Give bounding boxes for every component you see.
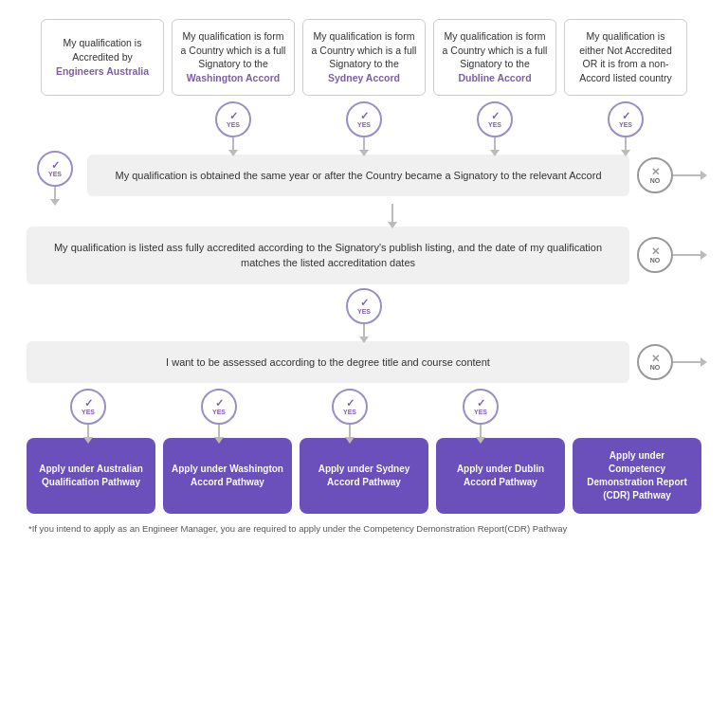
row2-text: My qualification is obtained the same ye… [116, 170, 602, 181]
yes-circle-p3: ✓ YES [332, 389, 368, 425]
yes-label-1: YES [48, 171, 62, 177]
arrow-down-p2 [218, 425, 220, 438]
row2-no-section: ✕ NO [637, 157, 701, 193]
row4-text: I want to be assessed according to the d… [166, 356, 490, 368]
yes-label-p4: YES [474, 409, 487, 415]
yes-row3: ✓ YES [19, 288, 709, 337]
yes-circle-3: ✓ YES [346, 101, 382, 137]
arrow-down-p4 [480, 425, 482, 438]
yes-circle-5: ✓ YES [608, 101, 644, 137]
check-icon-5: ✓ [622, 111, 630, 121]
yes-circle-1: ✓ YES [37, 151, 73, 187]
arrow-down-row2 [391, 204, 393, 223]
no-circle-2: ✕ NO [637, 237, 673, 273]
top-box-dublin: My qualification is form a Country which… [433, 19, 556, 96]
pathway-box-1[interactable]: Apply under Australian Qualification Pat… [27, 438, 155, 514]
pathway-1-label: Apply under Australian Qualification Pat… [34, 463, 148, 489]
no-circle-1: ✕ NO [637, 157, 673, 193]
arrow-right-3 [673, 361, 701, 363]
yes-label-p1: YES [82, 409, 95, 415]
arrow-right-2 [673, 254, 701, 256]
yes-label-2: YES [227, 121, 240, 128]
yes-circle-row3: ✓ YES [346, 288, 382, 324]
row2-wide-box: My qualification is obtained the same ye… [87, 155, 629, 197]
check-icon-p4: ✓ [477, 398, 485, 409]
check-icon-2: ✓ [229, 111, 238, 121]
row2-section: ✓ YES My qualification is obtained the s… [27, 151, 701, 200]
pathway-box-4[interactable]: Apply under Dublin Accord Pathway [436, 438, 565, 514]
top-box-3-text: My qualification is form a Country which… [312, 30, 417, 69]
pathway-5-label: Apply under Competency Demonstration Rep… [580, 449, 694, 502]
no-label-2: NO [650, 257, 661, 264]
yes-pathway-col-4: ✓ YES [419, 389, 542, 438]
yes-pathway-col-1: ✓ YES [27, 389, 150, 438]
row3-wide-box: My qualification is listed ass fully acc… [27, 227, 629, 284]
cross-icon-2: ✕ [651, 246, 660, 257]
top-box-4-link: Dubline Accord [458, 72, 531, 83]
footnote: *If you intend to apply as an Engineer M… [19, 523, 709, 534]
top-box-1-line2: Accredited by [72, 51, 133, 63]
arrow-right-1 [673, 174, 701, 176]
arrow-down-4 [494, 137, 496, 151]
footnote-text: *If you intend to apply as an Engineer M… [28, 523, 567, 534]
cross-icon-3: ✕ [651, 354, 660, 364]
top-box-engineers-australia: My qualification is Accredited by Engine… [41, 19, 164, 96]
yes-circle-p4: ✓ YES [463, 389, 499, 425]
pathway-box-5[interactable]: Apply under Competency Demonstration Rep… [573, 438, 701, 514]
top-box-5-text: My qualification is either Not Accredite… [579, 30, 671, 83]
row3-text: My qualification is listed ass fully acc… [54, 242, 602, 269]
arrow-down-p1 [87, 425, 89, 438]
top-box-4-text: My qualification is form a Country which… [443, 30, 548, 69]
yes-col-4: ✓ YES [433, 101, 556, 151]
yes-label-5: YES [619, 121, 632, 128]
yes-label-4: YES [488, 121, 501, 128]
check-icon-p2: ✓ [215, 398, 224, 409]
pathway-box-3[interactable]: Apply under Sydney Accord Pathway [300, 438, 428, 514]
check-icon-p1: ✓ [84, 398, 93, 409]
top-boxes-row: My qualification is Accredited by Engine… [19, 19, 709, 96]
top-box-2-text: My qualification is form a Country which… [181, 30, 286, 69]
pathway-box-2[interactable]: Apply under Washington Accord Pathway [163, 438, 292, 514]
arrow-down-row3 [363, 324, 365, 337]
top-box-washington: My qualification is form a Country which… [172, 19, 295, 96]
pathway-3-label: Apply under Sydney Accord Pathway [307, 463, 421, 489]
pathway-4-label: Apply under Dublin Accord Pathway [444, 463, 557, 489]
check-icon-4: ✓ [491, 111, 500, 121]
yes-label-p2: YES [212, 409, 226, 415]
yes-circle-2: ✓ YES [215, 101, 251, 137]
check-icon-p3: ✓ [346, 398, 355, 409]
yes-circle-4: ✓ YES [477, 101, 513, 137]
yes-label-3: YES [357, 121, 371, 128]
top-box-2-link: Washington Accord [187, 72, 280, 83]
top-box-1-link: Engineers Australia [56, 65, 149, 77]
yes-col-3: ✓ YES [302, 101, 426, 151]
yes-label-p3: YES [343, 409, 356, 415]
row3-no-section: ✕ NO [637, 237, 701, 273]
yes-pathway-col-2: ✓ YES [157, 389, 281, 438]
diagram-container: My qualification is Accredited by Engine… [0, 0, 728, 543]
arrow-down-3 [363, 137, 365, 151]
top-box-sydney: My qualification is form a Country which… [302, 19, 426, 96]
no-label-1: NO [650, 177, 661, 184]
arrow-down-1 [54, 187, 56, 200]
row4-wide-box: I want to be assessed according to the d… [27, 341, 629, 384]
check-icon-3: ✓ [360, 111, 369, 121]
yes-col-5: ✓ YES [564, 101, 687, 151]
arrow-down-p3 [349, 425, 351, 438]
yes-circle-p1: ✓ YES [70, 389, 106, 425]
pathway-boxes-row: Apply under Australian Qualification Pat… [27, 438, 701, 514]
yes-col-2: ✓ YES [172, 101, 295, 151]
yes-pathway-row: ✓ YES ✓ YES ✓ YES ✓ YES [27, 389, 701, 438]
row4-no-section: ✕ NO [637, 344, 701, 380]
check-icon-row3: ✓ [360, 298, 369, 308]
row4-section: I want to be assessed according to the d… [27, 341, 701, 384]
no-circle-3: ✕ NO [637, 344, 673, 380]
top-box-non-accord: My qualification is either Not Accredite… [564, 19, 687, 96]
top-box-3-link: Sydney Accord [328, 72, 400, 83]
yes-label-row3: YES [357, 308, 371, 315]
arrow-down-5 [625, 137, 627, 151]
check-icon-1: ✓ [51, 160, 60, 171]
top-box-1-line1: My qualification is [64, 37, 142, 48]
yes-pathway-col-3: ✓ YES [288, 389, 411, 438]
yes-circle-p2: ✓ YES [201, 389, 237, 425]
